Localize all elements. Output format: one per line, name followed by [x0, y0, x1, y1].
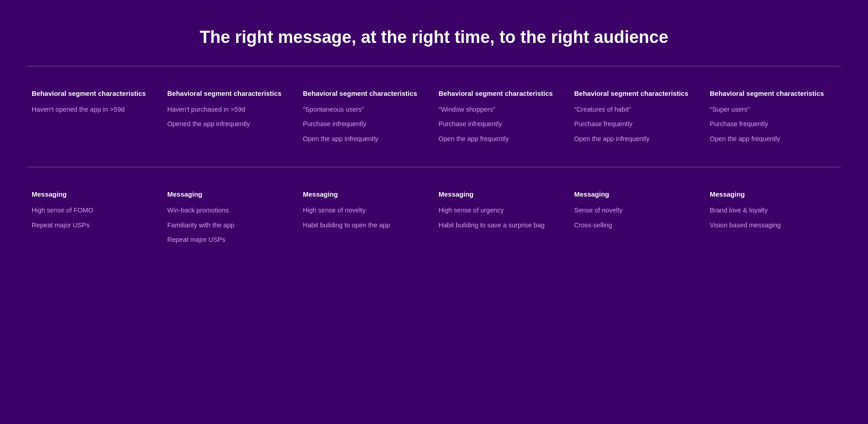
page-container: The right message, at the right time, to…	[0, 0, 868, 424]
messaging-col-3-item-1: Habit building to save a surprise bag	[439, 221, 561, 230]
behavioral-col-0-header: Behavioral segment characteristics	[32, 89, 154, 98]
behavioral-col-0-item-0: Haven't opened the app in >59d	[32, 105, 154, 114]
messaging-col-5-item-0: Brand love & loyalty	[710, 206, 832, 215]
messaging-col-3-header: Messaging	[439, 190, 561, 199]
messaging-col-1-item-2: Repeat major USPs	[167, 235, 289, 244]
messaging-col-1-item-0: Win-back promotions	[167, 206, 289, 215]
messaging-col-1: MessagingWin-back promotionsFamiliarity …	[163, 185, 298, 254]
behavioral-col-3-header: Behavioral segment characteristics	[439, 89, 561, 98]
behavioral-section: Behavioral segment characteristicsHaven'…	[27, 80, 841, 162]
messaging-col-2-item-0: High sense of novelty	[303, 206, 425, 215]
behavioral-col-3: Behavioral segment characteristics"Windo…	[434, 85, 570, 153]
behavioral-col-0: Behavioral segment characteristicsHaven'…	[27, 85, 163, 153]
behavioral-col-4-item-1: Purchase frequently	[574, 119, 696, 128]
messaging-col-3: MessagingHigh sense of urgencyHabit buil…	[434, 185, 570, 254]
page-title: The right message, at the right time, to…	[27, 27, 841, 48]
messaging-col-1-header: Messaging	[167, 190, 289, 199]
behavioral-col-1-item-1: Opened the app infrequently	[167, 119, 289, 128]
behavioral-col-5-item-2: Open the app frequently	[710, 134, 832, 143]
messaging-col-4-item-0: Sense of novelty	[574, 206, 696, 215]
messaging-col-4-item-1: Cross-selling	[574, 221, 696, 230]
behavioral-col-1: Behavioral segment characteristicsHaven'…	[163, 85, 298, 153]
behavioral-col-4-header: Behavioral segment characteristics	[574, 89, 696, 98]
messaging-col-0: MessagingHigh sense of FOMORepeat major …	[27, 185, 163, 254]
messaging-col-0-item-0: High sense of FOMO	[32, 206, 154, 215]
messaging-col-5-item-1: Vision based messaging	[710, 221, 832, 230]
behavioral-col-3-item-1: Purchase infrequently	[439, 119, 561, 128]
behavioral-col-5-item-0: "Super users"	[710, 105, 832, 114]
behavioral-col-1-header: Behavioral segment characteristics	[167, 89, 289, 98]
behavioral-col-5-header: Behavioral segment characteristics	[710, 89, 832, 98]
behavioral-col-4: Behavioral segment characteristics"Creat…	[570, 85, 705, 153]
behavioral-col-2-header: Behavioral segment characteristics	[303, 89, 425, 98]
behavioral-col-5-item-1: Purchase frequently	[710, 119, 832, 128]
behavioral-col-2-item-2: Open the app infrequently	[303, 134, 425, 143]
messaging-col-2-item-1: Habit building to open the app	[303, 221, 425, 230]
messaging-col-2-header: Messaging	[303, 190, 425, 199]
middle-divider	[27, 167, 841, 167]
messaging-col-5: MessagingBrand love & loyaltyVision base…	[705, 185, 841, 254]
messaging-col-3-item-0: High sense of urgency	[439, 206, 561, 215]
behavioral-col-3-item-0: "Window shoppers"	[439, 105, 561, 114]
behavioral-col-4-item-2: Open the app infrequently	[574, 134, 696, 143]
behavioral-col-2-item-0: "Spontaneous users"	[303, 105, 425, 114]
behavioral-col-5: Behavioral segment characteristics"Super…	[705, 85, 841, 153]
behavioral-col-3-item-2: Open the app frequently	[439, 134, 561, 143]
title-section: The right message, at the right time, to…	[27, 18, 841, 61]
messaging-section: MessagingHigh sense of FOMORepeat major …	[27, 181, 841, 263]
behavioral-col-1-item-0: Haven't purchased in >59d	[167, 105, 289, 114]
top-divider	[27, 66, 841, 66]
messaging-col-4: MessagingSense of noveltyCross-selling	[570, 185, 705, 254]
messaging-col-5-header: Messaging	[710, 190, 832, 199]
behavioral-col-2-item-1: Purchase infrequently	[303, 119, 425, 128]
messaging-col-4-header: Messaging	[574, 190, 696, 199]
messaging-col-2: MessagingHigh sense of noveltyHabit buil…	[298, 185, 434, 254]
behavioral-col-4-item-0: "Creatures of habit"	[574, 105, 696, 114]
messaging-col-0-header: Messaging	[32, 190, 154, 199]
messaging-col-0-item-1: Repeat major USPs	[32, 221, 154, 230]
messaging-col-1-item-1: Familiarity with the app	[167, 221, 289, 230]
behavioral-col-2: Behavioral segment characteristics"Spont…	[298, 85, 434, 153]
